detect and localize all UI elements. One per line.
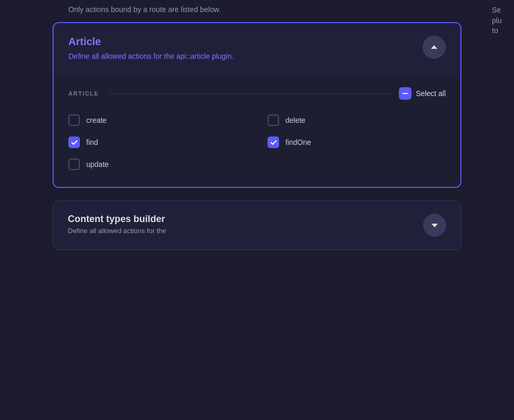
action-item-update[interactable]: update (68, 159, 246, 170)
checkbox-findone[interactable] (268, 136, 279, 148)
select-all-label: Select all (416, 89, 446, 98)
action-label-update: update (86, 160, 109, 169)
article-card-header: Article Define all allowed actions for t… (54, 23, 460, 75)
content-types-builder-title: Content types builder (68, 214, 166, 225)
top-description: Only actions bound by a route are listed… (0, 0, 514, 22)
chevron-up-icon (430, 43, 438, 51)
article-plugin-card: Article Define all allowed actions for t… (53, 22, 461, 188)
collapse-button[interactable] (423, 36, 446, 59)
action-item-create[interactable]: create (68, 114, 246, 126)
section-divider (109, 93, 390, 94)
chevron-down-icon (430, 221, 439, 229)
actions-grid: create delete (68, 114, 446, 170)
article-card-body: ARTICLE Select all (54, 75, 460, 187)
select-all-container[interactable]: Select all (399, 87, 446, 100)
action-label-create: create (86, 116, 107, 124)
article-header-text: Article Define all allowed actions for t… (68, 36, 414, 62)
action-label-findone: findOne (285, 138, 311, 146)
article-description: Define all allowed actions for the api::… (68, 51, 321, 62)
action-item-find[interactable]: find (68, 136, 246, 148)
select-all-checkbox[interactable] (399, 87, 412, 100)
checkbox-find[interactable] (68, 136, 80, 148)
checkbox-update[interactable] (68, 159, 80, 170)
checkbox-create[interactable] (68, 114, 80, 126)
content-types-builder-card: Content types builder Define all allowed… (53, 201, 461, 250)
section-label: ARTICLE (68, 90, 99, 97)
svg-rect-0 (403, 93, 408, 94)
main-content: Article Define all allowed actions for t… (0, 22, 514, 250)
page-container: Se plu to Only actions bound by a route … (0, 0, 514, 420)
action-label-delete: delete (285, 116, 305, 124)
right-sidebar-text: Se plu to (488, 0, 514, 41)
checkmark-icon-findone (270, 139, 277, 146)
content-types-builder-description: Define all allowed actions for the (68, 227, 166, 235)
minus-icon (402, 90, 409, 97)
action-item-delete[interactable]: delete (268, 114, 446, 126)
section-header: ARTICLE Select all (68, 87, 446, 100)
expand-button[interactable] (423, 214, 446, 237)
checkbox-delete[interactable] (268, 114, 279, 126)
content-types-builder-header-text: Content types builder Define all allowed… (68, 214, 166, 235)
section-label-container: ARTICLE (68, 90, 390, 97)
action-item-findone[interactable]: findOne (268, 136, 446, 148)
action-label-find: find (86, 138, 98, 146)
content-types-builder-header: Content types builder Define all allowed… (53, 201, 461, 249)
article-title: Article (68, 36, 414, 48)
checkmark-icon-find (71, 139, 78, 146)
